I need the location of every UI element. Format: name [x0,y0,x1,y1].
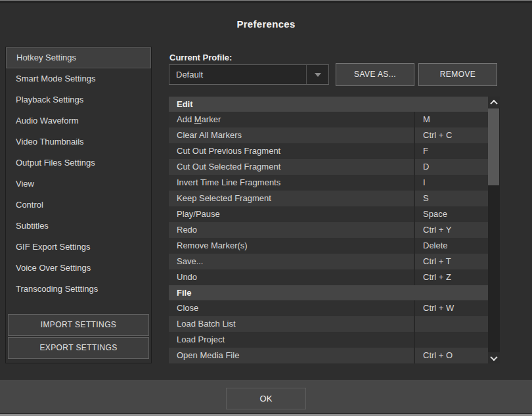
hotkey-key-value: D [414,159,488,175]
chevron-up-icon [490,99,497,106]
sidebar-item-control[interactable]: Control [6,195,151,216]
hotkey-action-label: Add Marker [169,112,414,127]
hotkey-action-label: Cut Out Previous Fragment [169,143,414,159]
hotkey-row-undo[interactable]: UndoCtrl + Z [169,269,488,285]
hotkey-row-remove-marker-s[interactable]: Remove Marker(s)Delete [169,238,488,254]
hotkey-table: EditAdd MarkerMClear All MarkersCtrl + C… [169,97,488,363]
ok-button[interactable]: OK [226,388,306,409]
hotkey-action-label: Cut Out Selected Fragment [169,159,414,175]
hotkey-row-play-pause[interactable]: Play/PauseSpace [169,206,488,222]
hotkey-row-cut-out-previous-fragment[interactable]: Cut Out Previous FragmentF [169,143,488,159]
hotkey-action-label: Remove Marker(s) [169,238,414,254]
sidebar-item-view[interactable]: View [6,173,151,195]
sidebar-item-gif-export-settings[interactable]: GIF Export Settings [6,237,151,258]
remove-button[interactable]: REMOVE [418,63,497,86]
sidebar-item-smart-mode-settings[interactable]: Smart Mode Settings [6,68,151,89]
save-as-button[interactable]: SAVE AS... [336,63,414,86]
hotkey-key-value: Ctrl + C [414,127,488,143]
hotkey-key-value: Ctrl + Z [414,269,488,285]
hotkey-row-cut-out-selected-fragment[interactable]: Cut Out Selected FragmentD [169,159,488,175]
dialog-title: Preferences [0,18,532,30]
hotkey-row-open-media-file[interactable]: Open Media FileCtrl + O [169,348,488,363]
hotkey-key-value: Ctrl + W [414,300,488,316]
section-row-edit: Edit [169,97,488,112]
hotkey-key-value: F [414,143,488,159]
hotkey-row-invert-time-line-fragments[interactable]: Invert Time Line FragmentsI [169,175,488,191]
chevron-down-icon [490,353,497,360]
profile-dropdown-arrow-button[interactable] [306,65,328,84]
hotkey-row-save[interactable]: Save...Ctrl + T [169,254,488,269]
window-top-strip [0,1,532,3]
sidebar-item-subtitles[interactable]: Subtitles [6,216,151,237]
profile-dropdown-value: Default [169,65,328,84]
window-bottom-edge [0,413,532,416]
hotkey-key-value: Ctrl + T [414,254,488,269]
hotkey-action-label: Play/Pause [169,206,414,222]
sidebar-item-playback-settings[interactable]: Playback Settings [6,89,151,110]
hotkey-key-value: Ctrl + Y [414,222,488,238]
hotkey-row-load-project[interactable]: Load Project [169,332,488,348]
export-settings-button[interactable]: EXPORT SETTINGS [8,337,149,359]
hotkey-action-label: Keep Selected Fragment [169,191,414,206]
hotkey-action-label: Undo [169,269,414,285]
sidebar-item-voice-over-settings[interactable]: Voice Over Settings [6,258,151,279]
profile-dropdown[interactable]: Default [169,64,329,85]
scroll-up-button[interactable] [488,97,500,108]
current-profile-label: Current Profile: [169,53,232,62]
sidebar-item-list: Hotkey SettingsSmart Mode SettingsPlayba… [6,47,151,300]
hotkey-action-label: Save... [169,254,414,269]
hotkey-action-label: Redo [169,222,414,238]
hotkey-row-clear-all-markers[interactable]: Clear All MarkersCtrl + C [169,127,488,143]
scrollbar-thumb[interactable] [488,108,499,185]
hotkey-action-label: Invert Time Line Fragments [169,175,414,191]
sidebar-item-hotkey-settings[interactable]: Hotkey Settings [6,47,151,68]
section-row-file: File [169,285,488,300]
chevron-down-icon [315,73,321,77]
hotkey-key-value: I [414,175,488,191]
hotkey-key-value: Ctrl + O [414,348,488,363]
hotkey-action-label: Load Project [169,332,414,348]
sidebar-item-output-files-settings[interactable]: Output Files Settings [6,152,151,173]
hotkey-row-close[interactable]: CloseCtrl + W [169,300,488,316]
hotkey-action-label: Open Media File [169,348,414,363]
sidebar: Hotkey SettingsSmart Mode SettingsPlayba… [5,47,152,363]
hotkey-key-value: Space [414,206,488,222]
hotkey-row-redo[interactable]: RedoCtrl + Y [169,222,488,238]
hotkey-action-label: Close [169,300,414,316]
preferences-dialog: Preferences Hotkey SettingsSmart Mode Se… [0,0,532,416]
hotkey-action-label: Clear All Markers [169,127,414,143]
scroll-down-button[interactable] [488,352,500,363]
hotkey-key-value: M [414,112,488,127]
hotkey-row-keep-selected-fragment[interactable]: Keep Selected FragmentS [169,191,488,206]
hotkey-key-value [414,332,488,348]
hotkey-key-value [414,316,488,332]
table-scrollbar[interactable] [488,97,500,363]
hotkey-key-value: S [414,191,488,206]
import-settings-button[interactable]: IMPORT SETTINGS [8,314,149,336]
hotkey-action-label: Load Batch List [169,316,414,332]
sidebar-item-video-thumbnails[interactable]: Video Thumbnails [6,131,151,152]
sidebar-item-audio-waveform[interactable]: Audio Waveform [6,110,151,131]
sidebar-item-transcoding-setttings[interactable]: Transcoding Setttings [6,279,151,300]
hotkey-row-load-batch-list[interactable]: Load Batch List [169,316,488,332]
hotkey-row-add-marker[interactable]: Add MarkerM [169,112,488,127]
hotkey-key-value: Delete [414,238,488,254]
